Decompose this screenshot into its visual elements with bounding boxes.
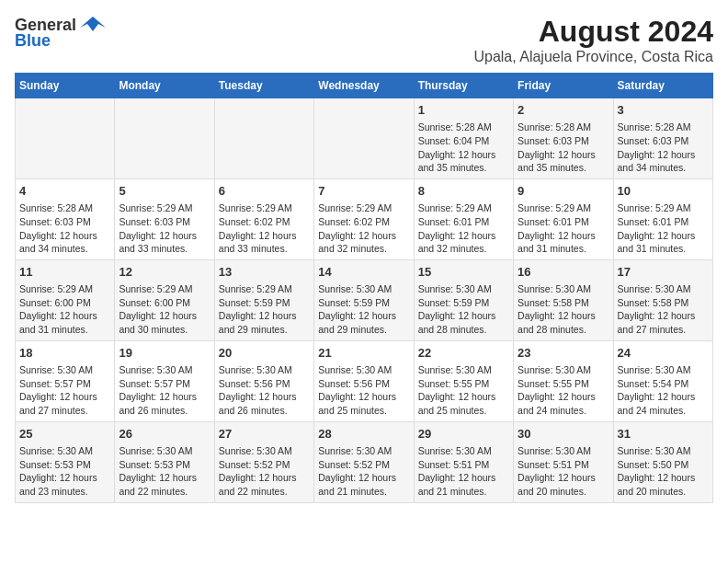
calendar-cell: 31Sunrise: 5:30 AM Sunset: 5:50 PM Dayli…: [613, 421, 712, 502]
day-number: 11: [19, 264, 110, 281]
logo-bird-icon: [80, 15, 106, 35]
calendar-cell: 23Sunrise: 5:30 AM Sunset: 5:55 PM Dayli…: [514, 340, 613, 421]
calendar-header-row: SundayMondayTuesdayWednesdayThursdayFrid…: [16, 74, 713, 98]
day-number: 14: [318, 264, 409, 281]
day-detail: Sunrise: 5:30 AM Sunset: 5:52 PM Dayligh…: [219, 444, 310, 499]
calendar-cell: [214, 98, 313, 179]
calendar-cell: 12Sunrise: 5:29 AM Sunset: 6:00 PM Dayli…: [115, 259, 214, 340]
calendar-cell: 17Sunrise: 5:30 AM Sunset: 5:58 PM Dayli…: [613, 259, 712, 340]
logo: General Blue: [15, 15, 106, 51]
calendar-cell: 20Sunrise: 5:30 AM Sunset: 5:56 PM Dayli…: [214, 340, 313, 421]
page-header: General Blue August 2024 Upala, Alajuela…: [15, 15, 713, 65]
day-detail: Sunrise: 5:29 AM Sunset: 6:00 PM Dayligh…: [19, 282, 110, 337]
day-detail: Sunrise: 5:30 AM Sunset: 5:51 PM Dayligh…: [518, 444, 609, 499]
day-number: 13: [219, 264, 310, 281]
day-detail: Sunrise: 5:30 AM Sunset: 5:54 PM Dayligh…: [618, 363, 709, 418]
calendar-cell: 4Sunrise: 5:28 AM Sunset: 6:03 PM Daylig…: [16, 178, 115, 259]
day-number: 22: [418, 345, 509, 362]
calendar-cell: 3Sunrise: 5:28 AM Sunset: 6:03 PM Daylig…: [613, 98, 712, 179]
column-header-friday: Friday: [514, 74, 613, 98]
calendar-cell: 6Sunrise: 5:29 AM Sunset: 6:02 PM Daylig…: [214, 178, 313, 259]
calendar-cell: 14Sunrise: 5:30 AM Sunset: 5:59 PM Dayli…: [314, 259, 414, 340]
calendar-cell: 8Sunrise: 5:29 AM Sunset: 6:01 PM Daylig…: [414, 178, 513, 259]
calendar-week-row: 25Sunrise: 5:30 AM Sunset: 5:53 PM Dayli…: [16, 421, 713, 502]
day-number: 30: [518, 426, 609, 442]
day-detail: Sunrise: 5:29 AM Sunset: 6:02 PM Dayligh…: [219, 201, 310, 256]
day-number: 10: [618, 183, 709, 200]
day-number: 20: [219, 345, 310, 362]
calendar-cell: 18Sunrise: 5:30 AM Sunset: 5:57 PM Dayli…: [16, 340, 115, 421]
day-number: 16: [518, 264, 609, 281]
calendar-cell: 24Sunrise: 5:30 AM Sunset: 5:54 PM Dayli…: [613, 340, 712, 421]
day-number: 9: [518, 183, 609, 200]
day-number: 29: [418, 426, 509, 442]
day-number: 5: [119, 183, 210, 200]
calendar-cell: [314, 98, 414, 179]
day-number: 21: [318, 345, 409, 362]
calendar-week-row: 11Sunrise: 5:29 AM Sunset: 6:00 PM Dayli…: [16, 259, 713, 340]
day-number: 31: [618, 426, 709, 442]
calendar-week-row: 18Sunrise: 5:30 AM Sunset: 5:57 PM Dayli…: [16, 340, 713, 421]
title-area: August 2024 Upala, Alajuela Province, Co…: [473, 15, 713, 65]
column-header-monday: Monday: [115, 74, 214, 98]
day-number: 19: [119, 345, 210, 362]
day-detail: Sunrise: 5:30 AM Sunset: 5:57 PM Dayligh…: [119, 363, 210, 418]
day-detail: Sunrise: 5:30 AM Sunset: 5:55 PM Dayligh…: [418, 363, 509, 418]
day-detail: Sunrise: 5:30 AM Sunset: 5:53 PM Dayligh…: [19, 444, 110, 499]
calendar-cell: 25Sunrise: 5:30 AM Sunset: 5:53 PM Dayli…: [16, 421, 115, 502]
day-number: 27: [219, 426, 310, 442]
calendar-cell: 15Sunrise: 5:30 AM Sunset: 5:59 PM Dayli…: [414, 259, 513, 340]
day-detail: Sunrise: 5:29 AM Sunset: 6:01 PM Dayligh…: [518, 201, 609, 256]
calendar-cell: 28Sunrise: 5:30 AM Sunset: 5:52 PM Dayli…: [314, 421, 414, 502]
day-number: 1: [418, 102, 509, 119]
day-detail: Sunrise: 5:30 AM Sunset: 5:59 PM Dayligh…: [318, 282, 409, 337]
calendar-cell: 1Sunrise: 5:28 AM Sunset: 6:04 PM Daylig…: [414, 98, 513, 179]
day-number: 25: [19, 426, 110, 442]
calendar-cell: [16, 98, 115, 179]
calendar-cell: 2Sunrise: 5:28 AM Sunset: 6:03 PM Daylig…: [514, 98, 613, 179]
day-detail: Sunrise: 5:28 AM Sunset: 6:03 PM Dayligh…: [19, 201, 110, 256]
calendar-cell: 29Sunrise: 5:30 AM Sunset: 5:51 PM Dayli…: [414, 421, 513, 502]
calendar-cell: 22Sunrise: 5:30 AM Sunset: 5:55 PM Dayli…: [414, 340, 513, 421]
calendar-cell: 11Sunrise: 5:29 AM Sunset: 6:00 PM Dayli…: [16, 259, 115, 340]
column-header-saturday: Saturday: [613, 74, 712, 98]
day-detail: Sunrise: 5:28 AM Sunset: 6:03 PM Dayligh…: [618, 121, 709, 175]
calendar-cell: 27Sunrise: 5:30 AM Sunset: 5:52 PM Dayli…: [214, 421, 313, 502]
calendar-cell: [115, 98, 214, 179]
day-detail: Sunrise: 5:30 AM Sunset: 5:53 PM Dayligh…: [119, 444, 210, 499]
day-detail: Sunrise: 5:28 AM Sunset: 6:03 PM Dayligh…: [518, 121, 609, 175]
day-detail: Sunrise: 5:30 AM Sunset: 5:56 PM Dayligh…: [318, 363, 409, 418]
day-number: 12: [119, 264, 210, 281]
day-detail: Sunrise: 5:30 AM Sunset: 5:51 PM Dayligh…: [418, 444, 509, 499]
day-detail: Sunrise: 5:29 AM Sunset: 6:03 PM Dayligh…: [119, 201, 210, 256]
day-number: 6: [219, 183, 310, 200]
column-header-thursday: Thursday: [414, 74, 513, 98]
day-detail: Sunrise: 5:29 AM Sunset: 6:02 PM Dayligh…: [318, 201, 409, 256]
day-number: 18: [19, 345, 110, 362]
day-number: 4: [19, 183, 110, 200]
calendar-cell: 9Sunrise: 5:29 AM Sunset: 6:01 PM Daylig…: [514, 178, 613, 259]
day-detail: Sunrise: 5:30 AM Sunset: 5:58 PM Dayligh…: [518, 282, 609, 337]
calendar-cell: 26Sunrise: 5:30 AM Sunset: 5:53 PM Dayli…: [115, 421, 214, 502]
day-number: 28: [318, 426, 409, 442]
calendar-week-row: 1Sunrise: 5:28 AM Sunset: 6:04 PM Daylig…: [16, 98, 713, 179]
day-detail: Sunrise: 5:30 AM Sunset: 5:59 PM Dayligh…: [418, 282, 509, 337]
column-header-wednesday: Wednesday: [314, 74, 414, 98]
day-number: 23: [518, 345, 609, 362]
day-number: 24: [618, 345, 709, 362]
day-detail: Sunrise: 5:29 AM Sunset: 5:59 PM Dayligh…: [219, 282, 310, 337]
page-title: August 2024: [473, 15, 713, 49]
logo-text-blue: Blue: [15, 31, 51, 51]
day-detail: Sunrise: 5:30 AM Sunset: 5:50 PM Dayligh…: [618, 444, 709, 499]
day-detail: Sunrise: 5:30 AM Sunset: 5:57 PM Dayligh…: [19, 363, 110, 418]
day-number: 3: [618, 102, 709, 119]
column-header-tuesday: Tuesday: [214, 74, 313, 98]
day-number: 15: [418, 264, 509, 281]
day-detail: Sunrise: 5:28 AM Sunset: 6:04 PM Dayligh…: [418, 121, 509, 175]
day-detail: Sunrise: 5:30 AM Sunset: 5:55 PM Dayligh…: [518, 363, 609, 418]
day-number: 7: [318, 183, 409, 200]
calendar-cell: 7Sunrise: 5:29 AM Sunset: 6:02 PM Daylig…: [314, 178, 414, 259]
calendar-cell: 30Sunrise: 5:30 AM Sunset: 5:51 PM Dayli…: [514, 421, 613, 502]
calendar-cell: 13Sunrise: 5:29 AM Sunset: 5:59 PM Dayli…: [214, 259, 313, 340]
calendar-cell: 10Sunrise: 5:29 AM Sunset: 6:01 PM Dayli…: [613, 178, 712, 259]
